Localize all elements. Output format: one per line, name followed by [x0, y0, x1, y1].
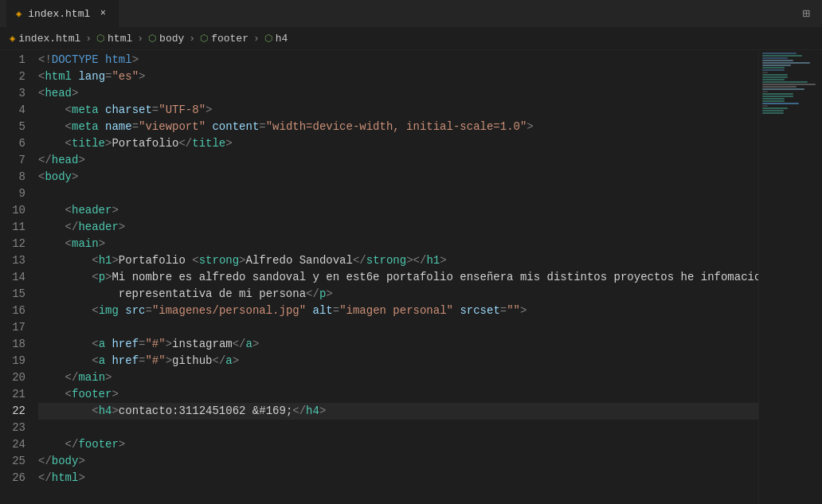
mini-line-22 — [762, 103, 799, 104]
code-content[interactable]: <!DOCTYPE html> <html lang="es"> <head> … — [32, 50, 758, 504]
breadcrumb-html-icon: ⬡ — [96, 33, 104, 45]
code-line-12: <main> — [38, 236, 758, 252]
mini-line-23 — [762, 105, 768, 107]
mini-line-2 — [762, 55, 802, 57]
line-num-7: 7 — [6, 152, 25, 169]
mini-line-8 — [762, 69, 785, 71]
line-num-19: 19 — [6, 353, 25, 369]
breadcrumb-item-body[interactable]: ⬡ body — [148, 33, 184, 45]
title-bar-actions: ⊞ — [797, 4, 816, 23]
code-line-9 — [38, 186, 758, 202]
breadcrumb-sep-3: › — [189, 33, 195, 45]
tab-label: index.html — [28, 8, 90, 20]
mini-line-10 — [762, 74, 788, 76]
line-num-25: 25 — [6, 453, 25, 470]
code-line-20: </main> — [38, 369, 758, 386]
editor-tab[interactable]: ◈ index.html × — [6, 0, 119, 28]
line-num-4: 4 — [6, 102, 25, 119]
mini-line-16 — [762, 88, 804, 90]
mini-line-18 — [762, 93, 793, 95]
breadcrumb-file-label: index.html — [18, 33, 80, 45]
line-num-13: 13 — [6, 252, 25, 269]
line-num-18: 18 — [6, 336, 25, 353]
mini-line-9 — [762, 72, 768, 73]
code-editor: 1 2 3 4 5 6 7 8 9 10 11 12 13 14 15 16 1… — [0, 50, 822, 504]
code-line-18: <a href="#">instagram</a> — [38, 336, 758, 353]
code-line-2: <html lang="es"> — [38, 68, 758, 85]
line-num-15: 15 — [6, 286, 25, 303]
code-line-8: <body> — [38, 169, 758, 186]
breadcrumb-footer-label: footer — [211, 33, 249, 45]
mini-line-13 — [762, 81, 808, 83]
layout-icon[interactable]: ⊞ — [797, 4, 816, 23]
line-num-24: 24 — [6, 436, 25, 453]
breadcrumb-footer-icon: ⬡ — [200, 33, 208, 45]
breadcrumb-item-html[interactable]: ⬡ html — [96, 33, 132, 45]
line-num-12: 12 — [6, 236, 25, 252]
code-line-22: <h4>contacto:3112451062 &#169;</h4> — [38, 403, 758, 420]
mini-line-7 — [762, 67, 785, 68]
breadcrumb-item-footer[interactable]: ⬡ footer — [200, 33, 249, 45]
code-line-11: </header> — [38, 219, 758, 236]
mini-line-26 — [762, 112, 784, 114]
mini-line-14 — [762, 84, 816, 85]
line-num-8: 8 — [6, 169, 25, 186]
code-line-14: <p>Mi nombre es alfredo sandoval y en es… — [38, 269, 758, 286]
code-line-26: </html> — [38, 470, 758, 486]
breadcrumb-body-label: body — [159, 33, 184, 45]
minimap[interactable] — [758, 50, 822, 504]
code-line-3: <head> — [38, 85, 758, 102]
line-num-23: 23 — [6, 420, 25, 436]
line-num-26: 26 — [6, 470, 25, 486]
breadcrumb: ◈ index.html › ⬡ html › ⬡ body › ⬡ foote… — [0, 28, 822, 50]
mini-line-4 — [762, 60, 793, 61]
mini-line-20 — [762, 98, 785, 100]
line-num-3: 3 — [6, 85, 25, 102]
mini-line-11 — [762, 76, 788, 78]
mini-line-25 — [762, 110, 784, 111]
line-num-2: 2 — [6, 68, 25, 85]
code-line-15: representativa de mi persona</p> — [38, 286, 758, 303]
line-num-17: 17 — [6, 319, 25, 336]
breadcrumb-sep-2: › — [137, 33, 143, 45]
line-num-20: 20 — [6, 369, 25, 386]
mini-line-17 — [762, 91, 768, 92]
breadcrumb-body-icon: ⬡ — [148, 33, 156, 45]
code-line-17 — [38, 319, 758, 336]
code-line-5: <meta name="viewport" content="width=dev… — [38, 119, 758, 135]
mini-line-15 — [762, 86, 797, 88]
mini-line-1 — [762, 53, 797, 54]
mini-line-12 — [762, 79, 785, 80]
mini-line-21 — [762, 100, 785, 102]
code-line-6: <title>Portafolio</title> — [38, 135, 758, 152]
code-line-13: <h1>Portafolio <strong>Alfredo Sandoval<… — [38, 252, 758, 269]
breadcrumb-html-label: html — [108, 33, 132, 45]
code-line-24: </footer> — [38, 436, 758, 453]
code-line-19: <a href="#">github</a> — [38, 353, 758, 369]
breadcrumb-file-icon: ◈ — [10, 33, 15, 45]
breadcrumb-item-h4[interactable]: ⬡ h4 — [264, 33, 288, 45]
breadcrumb-sep-1: › — [85, 33, 92, 45]
line-num-5: 5 — [6, 119, 25, 135]
code-line-4: <meta charset="UTF-8"> — [38, 102, 758, 119]
code-line-10: <header> — [38, 202, 758, 219]
line-num-21: 21 — [6, 386, 25, 403]
mini-line-24 — [762, 107, 788, 109]
line-num-14: 14 — [6, 269, 25, 286]
line-numbers: 1 2 3 4 5 6 7 8 9 10 11 12 13 14 15 16 1… — [0, 50, 32, 504]
breadcrumb-item-file[interactable]: ◈ index.html — [10, 33, 80, 45]
title-bar: ◈ index.html × ⊞ — [0, 0, 822, 28]
code-line-16: <img src="imagenes/personal.jpg" alt="im… — [38, 303, 758, 319]
line-num-10: 10 — [6, 202, 25, 219]
line-num-11: 11 — [6, 219, 25, 236]
code-line-1: <!DOCTYPE html> — [38, 52, 758, 68]
mini-line-19 — [762, 96, 793, 97]
breadcrumb-h4-icon: ⬡ — [264, 33, 272, 45]
breadcrumb-h4-label: h4 — [276, 33, 288, 45]
code-line-25: </body> — [38, 453, 758, 470]
breadcrumb-sep-4: › — [253, 33, 260, 45]
line-num-6: 6 — [6, 135, 25, 152]
tab-close-button[interactable]: × — [96, 7, 109, 20]
line-num-22: 22 — [6, 403, 25, 420]
code-line-21: <footer> — [38, 386, 758, 403]
